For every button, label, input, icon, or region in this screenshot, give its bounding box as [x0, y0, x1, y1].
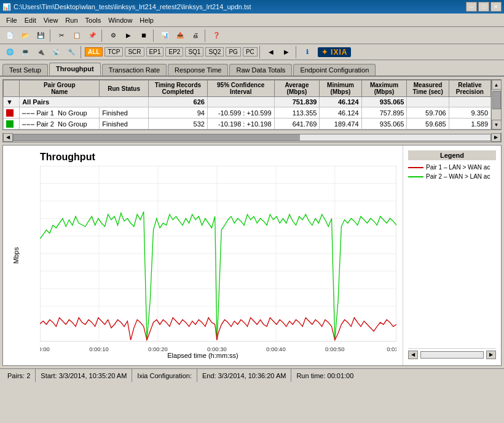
hscroll-thumb[interactable] [14, 134, 300, 141]
tab-throughput[interactable]: Throughput [49, 63, 101, 76]
col-header-average: Average(Mbps) [274, 80, 320, 97]
pair2-icon [6, 120, 14, 128]
ixia-logo: ✦ IXIA [318, 47, 352, 57]
new-button[interactable]: 📄 [2, 29, 17, 42]
data-table-area: Pair GroupName Run Status Timing Records… [2, 79, 502, 130]
network-btn-2[interactable]: 💻 [18, 45, 33, 59]
all-pairs-average: 751.839 [274, 97, 320, 107]
all-pairs-row: ▼ All Pairs 626 751.839 46.124 935.065 [4, 97, 491, 107]
sq2-badge[interactable]: SQ2 [205, 47, 224, 56]
paste-button[interactable]: 📌 [85, 29, 100, 42]
svg-text:0:01:00: 0:01:00 [387, 346, 396, 352]
legend-scroll-track[interactable] [420, 351, 484, 359]
tab-raw-data-totals[interactable]: Raw Data Totals [229, 64, 292, 76]
tab-test-setup[interactable]: Test Setup [2, 64, 48, 76]
all-pairs-minimum: 46.124 [320, 97, 361, 107]
network-btn-4[interactable]: 📡 [49, 45, 63, 59]
settings-button[interactable]: ⚙ [106, 29, 120, 42]
pair2-dotted-line [22, 124, 34, 125]
pc-badge[interactable]: PC [243, 47, 258, 56]
all-protocol-badge[interactable]: ALL [85, 47, 103, 56]
pair2-maximum: 935.065 [361, 118, 407, 130]
maximize-button[interactable]: □ [478, 2, 489, 12]
separator-6 [259, 46, 262, 58]
print-button[interactable]: 🖨 [188, 29, 203, 42]
pair1-measured: 59.706 [407, 107, 449, 118]
status-bar: Pairs: 2 Start: 3/3/2014, 10:35:20 AM Ix… [0, 368, 504, 382]
pair1-average: 113.355 [274, 107, 320, 118]
pair2-minimum: 189.474 [320, 118, 361, 130]
info-button[interactable]: ℹ [300, 45, 315, 59]
pair1-status: Finished [100, 107, 149, 118]
col-header-timing-records: Timing RecordsCompleted [148, 80, 207, 97]
stop-button[interactable]: ⏹ [136, 29, 151, 42]
arrow-right-button[interactable]: ▶ [279, 45, 294, 59]
menu-view[interactable]: View [40, 15, 62, 25]
scroll-down-button[interactable]: ▼ [492, 120, 502, 130]
network-btn-5[interactable]: 🔧 [64, 45, 79, 59]
legend-line-pair2 [408, 176, 423, 177]
pair2-records: 532 [148, 118, 207, 130]
pg-badge[interactable]: PG [226, 47, 240, 56]
toolbar-2: 🌐 💻 🔌 📡 🔧 ALL TCP SCR EP1 EP2 SQ1 SQ2 PG… [0, 44, 504, 60]
export-button[interactable]: 📤 [173, 29, 187, 42]
ep2-badge[interactable]: EP2 [165, 47, 183, 56]
chart-button[interactable]: 📊 [157, 29, 172, 42]
table-row: Pair 1 No Group Finished 94 -10.599 : +1… [4, 107, 491, 118]
status-runtime: Run time: 00:01:00 [291, 369, 358, 382]
save-button[interactable]: 💾 [33, 29, 48, 42]
arrow-left-button[interactable]: ◀ [264, 45, 278, 59]
legend-scroll-left[interactable]: ◀ [408, 351, 418, 359]
open-button[interactable]: 📂 [18, 29, 33, 42]
title-bar: 📊 C:\Users\Tim\Desktop\wlan_tests\linksy… [0, 0, 504, 14]
menu-tools[interactable]: Tools [82, 15, 105, 25]
menu-edit[interactable]: Edit [21, 15, 40, 25]
legend-title: Legend [408, 150, 496, 160]
copy-button[interactable]: 📋 [69, 29, 84, 42]
all-pairs-ci [207, 97, 274, 107]
status-start: Start: 3/3/2014, 10:35:20 AM [36, 369, 132, 382]
tab-endpoint-configuration[interactable]: Endpoint Configuration [293, 64, 376, 76]
all-pairs-expand[interactable]: ▼ [4, 97, 20, 107]
tab-response-time[interactable]: Response Time [168, 64, 228, 76]
pair2-name: Pair 2 No Group [20, 118, 100, 130]
pair1-ci: -10.599 : +10.599 [207, 107, 274, 118]
tcp-badge[interactable]: TCP [104, 47, 123, 56]
hscroll-right[interactable]: ▶ [491, 133, 501, 142]
hscroll-track[interactable] [13, 134, 491, 141]
svg-text:0:00:50: 0:00:50 [325, 346, 345, 352]
close-button[interactable]: ✕ [490, 2, 502, 12]
scroll-up-button[interactable]: ▲ [492, 80, 502, 90]
chart-legend: Legend Pair 1 – LAN > WAN ac Pair 2 – WA… [403, 146, 501, 365]
network-btn-3[interactable]: 🔌 [33, 45, 48, 59]
network-btn-1[interactable]: 🌐 [2, 45, 17, 59]
tab-transaction-rate[interactable]: Transaction Rate [102, 64, 167, 76]
minimize-button[interactable]: ─ [466, 2, 477, 12]
svg-text:0:00:20: 0:00:20 [148, 346, 168, 352]
status-runtime-text: Run time: 00:01:00 [296, 372, 353, 379]
scr-badge[interactable]: SCR [125, 47, 144, 56]
status-ixia: Ixia Configuration: [132, 369, 197, 382]
window-title: C:\Users\Tim\Desktop\wlan_tests\linksys_… [14, 3, 251, 10]
run-button[interactable]: ▶ [121, 29, 136, 42]
menu-window[interactable]: Window [104, 15, 136, 25]
sq1-badge[interactable]: SQ1 [185, 47, 203, 56]
cut-button[interactable]: ✂ [54, 29, 69, 42]
pair2-measured: 59.685 [407, 118, 449, 130]
hscroll-left[interactable]: ◀ [3, 133, 13, 142]
all-pairs-records: 626 [148, 97, 207, 107]
scroll-thumb[interactable] [492, 91, 501, 109]
separator-4 [205, 29, 207, 42]
separator-3 [153, 29, 156, 42]
menu-help[interactable]: Help [136, 15, 157, 25]
table-hscrollbar[interactable]: ◀ ▶ [2, 133, 502, 142]
status-end-text: End: 3/3/2014, 10:36:20 AM [202, 372, 286, 379]
ep1-badge[interactable]: EP1 [146, 47, 164, 56]
menu-run[interactable]: Run [61, 15, 81, 25]
pair1-name: Pair 1 No Group [20, 107, 100, 118]
menu-file[interactable]: File [2, 15, 21, 25]
table-scrollbar[interactable]: ▲ ▼ [491, 80, 501, 130]
help-icon-button[interactable]: ❓ [209, 29, 224, 42]
legend-scroll-right[interactable]: ▶ [486, 351, 496, 359]
col-header-precision: RelativePrecision [449, 80, 490, 97]
